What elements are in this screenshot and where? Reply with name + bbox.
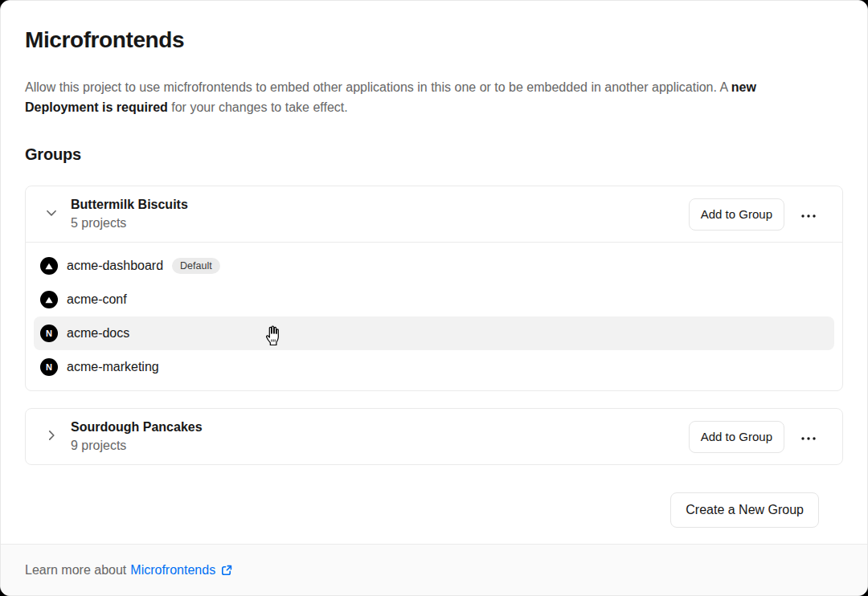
group-name: Buttermilk Biscuits [71,197,188,213]
project-name: acme-docs [67,326,129,341]
group-header: Buttermilk Biscuits 5 projects Add to Gr… [26,186,842,242]
microfrontends-docs-link[interactable]: Microfrontends [130,563,233,578]
nextjs-logo-icon: N [40,325,58,342]
vercel-logo-icon [40,257,58,275]
main-content: Microfrontends Allow this project to use… [1,1,867,528]
footer: Learn more about Microfrontends [1,544,867,595]
add-to-group-button[interactable]: Add to Group [689,198,784,231]
group-project-count: 9 projects [71,438,203,454]
groups-heading: Groups [25,145,843,164]
chevron-down-icon [44,206,59,222]
project-row-acme-marketing[interactable]: N acme-marketing [34,350,834,384]
description-text: Allow this project to use micfrofrontend… [25,80,731,94]
external-link-icon [220,564,233,577]
nextjs-logo-icon: N [40,358,58,376]
group-titles: Sourdough Pancakes 9 projects [71,419,203,454]
page-description: Allow this project to use micfrofrontend… [25,77,829,117]
expand-group-button[interactable] [42,427,61,447]
project-row-acme-dashboard[interactable]: acme-dashboard Default [34,249,834,283]
footer-text: Learn more about [25,563,126,578]
chevron-right-icon [44,428,59,445]
add-to-group-button[interactable]: Add to Group [689,421,784,453]
project-list: acme-dashboard Default acme-conf N acme-… [26,243,842,390]
description-text-tail: for your changes to take effect. [168,100,348,114]
group-menu-button[interactable] [794,198,823,231]
nextjs-letter: N [46,329,52,338]
create-new-group-button[interactable]: Create a New Group [670,492,819,528]
project-name: acme-marketing [67,360,159,374]
create-group-row: Create a New Group [25,465,843,528]
microfrontends-settings-panel: Microfrontends Allow this project to use… [0,0,868,596]
collapse-group-button[interactable] [42,205,61,224]
project-name: acme-conf [67,292,127,307]
group-name: Sourdough Pancakes [71,419,203,435]
ellipsis-icon [801,431,816,443]
project-row-acme-docs[interactable]: N acme-docs [34,316,834,350]
group-project-count: 5 projects [71,215,188,231]
group-menu-button[interactable] [794,421,823,453]
group-card-buttermilk-biscuits: Buttermilk Biscuits 5 projects Add to Gr… [25,186,843,391]
ellipsis-icon [801,208,816,220]
group-titles: Buttermilk Biscuits 5 projects [71,197,188,231]
page-title: Microfrontends [25,27,843,53]
footer-link-label: Microfrontends [130,563,215,578]
nextjs-letter: N [46,363,52,372]
project-row-acme-conf[interactable]: acme-conf [34,283,834,316]
group-card-sourdough-pancakes: Sourdough Pancakes 9 projects Add to Gro… [25,408,843,465]
vercel-logo-icon [40,291,58,308]
default-badge: Default [172,258,220,275]
project-name: acme-dashboard [67,259,163,273]
group-header: Sourdough Pancakes 9 projects Add to Gro… [26,409,842,464]
